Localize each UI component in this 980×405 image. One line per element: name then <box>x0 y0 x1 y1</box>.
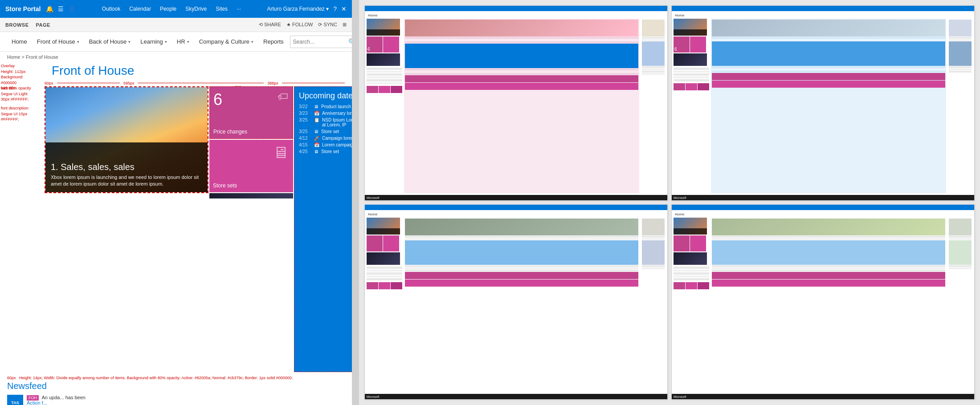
calendar-icon: 📅 <box>314 111 319 116</box>
price-tag-icon: 🏷 <box>278 90 288 103</box>
nav-bar: Home Front of House ▾ Back of House ▾ Le… <box>0 32 352 52</box>
hero-overlay: 1. Sales, sales, sales Xbox lorem ipsum … <box>45 142 208 192</box>
grid-icon[interactable]: ⊞ <box>343 22 347 28</box>
thumb-footer-label-4: Microsoft <box>674 395 686 398</box>
nav-more[interactable]: ··· <box>237 6 241 12</box>
calendar-icon: 🖥 <box>314 129 318 134</box>
user-icon[interactable]: 👤 <box>68 5 76 12</box>
nav-back-of-house[interactable]: Back of House ▾ <box>85 36 135 48</box>
app-logo: Store Portal <box>5 5 41 12</box>
nav-outlook[interactable]: Outlook <box>102 6 120 12</box>
upcoming-item: 3/25 📋 NSD Ipsum Lorem dolor sit at Lore… <box>299 117 352 127</box>
annotation-font-title: font title:Segue UI Light30px #FFFFFF; <box>1 85 41 102</box>
event-text: Store set <box>321 129 339 134</box>
upcoming-item: 3/23 📅 Anniversary lorem ipsum <box>299 111 352 116</box>
upcoming-section: Upcoming dates 3/22 🖥 Product launch lor… <box>294 86 352 372</box>
thumb-main-1: 6 <box>367 19 666 193</box>
tile-store-sets-label: Store sets <box>213 182 290 189</box>
calendar-icon: 📅 <box>314 142 319 147</box>
search-icon[interactable]: 🔍 <box>348 38 352 45</box>
calendar-icon: 🖥 <box>314 104 318 109</box>
thumb-footer-4: Microsoft <box>672 394 974 399</box>
caret-icon: ▾ <box>128 40 131 44</box>
separator <box>352 0 359 405</box>
newsfeed-title: Newsfeed <box>7 381 345 391</box>
user-name[interactable]: Arturo Garza Fernandez ▾ <box>267 6 329 12</box>
newsfeed-section: 60px Height: 14px; Width: Divide equally… <box>0 374 352 405</box>
search-box[interactable]: 🔍 <box>290 36 352 48</box>
thumb-home-1: Home <box>367 13 666 18</box>
share-button[interactable]: ⟲ SHARE <box>259 22 281 28</box>
thumb-main-3 <box>367 218 666 392</box>
page-tab[interactable]: PAGE <box>36 22 50 28</box>
hero-title: 1. Sales, sales, sales <box>51 162 202 172</box>
thumb-topbar-4 <box>672 205 974 210</box>
event-text: NSD Ipsum Lorem dolor sit at Lorem, IP <box>322 117 352 127</box>
tile-store-sets[interactable]: 🖥 Store sets <box>209 140 293 192</box>
main-panel: Store Portal 🔔 ☰ 👤 Outlook Calendar Peop… <box>0 0 352 405</box>
thumb-topbar-2 <box>672 6 974 11</box>
feed-avatar-1: TAS <box>7 395 23 405</box>
thumb-topbar-1 <box>365 6 667 11</box>
thumb-content-3: Home <box>365 210 667 394</box>
bell-icon[interactable]: 🔔 <box>46 5 53 12</box>
feed-action-label[interactable]: Action f... <box>27 400 47 405</box>
thumb-topbar-3 <box>365 205 667 210</box>
thumb-footer-1: Microsoft <box>365 195 667 200</box>
browse-bar-right: ⟲ SHARE ★ FOLLOW ⟳ SYNC ⊞ <box>259 22 347 28</box>
date-label: 3/22 <box>299 104 311 109</box>
annotation-font-desc: font description:Segue UI 15px #FFFFFF; <box>1 105 41 122</box>
thumbnail-1: Home 6 <box>364 5 668 201</box>
date-label: 4/12 <box>299 136 311 141</box>
date-label: 3/25 <box>299 117 311 122</box>
nav-home[interactable]: Home <box>7 36 32 48</box>
content-area[interactable]: Home > Front of House OverlayHeight: 112… <box>0 52 352 405</box>
browse-bar: BROWSE PAGE ⟲ SHARE ★ FOLLOW ⟳ SYNC ⊞ <box>0 18 352 32</box>
nav-company-culture[interactable]: Company & Culture ▾ <box>195 36 258 48</box>
event-text: Campaign lorem <box>322 136 352 141</box>
nav-hr[interactable]: HR ▾ <box>172 36 194 48</box>
breadcrumb-separator: > <box>21 54 25 60</box>
search-input[interactable] <box>293 39 347 45</box>
thumb-footer-label-1: Microsoft <box>367 196 379 199</box>
tile-count: 6 <box>213 90 222 109</box>
nav-skydrive[interactable]: SkyDrive <box>185 6 207 12</box>
nav-front-of-house[interactable]: Front of House ▾ <box>33 36 84 48</box>
upcoming-item: 4/15 📅 Lorem campaign start date <box>299 142 352 147</box>
calendar-icon: 🚀 <box>314 136 319 141</box>
event-text: Lorem campaign start date <box>322 142 352 147</box>
date-label: 3/23 <box>299 111 311 116</box>
menu-icon[interactable]: ☰ <box>58 5 64 12</box>
caret-icon: ▾ <box>165 40 167 44</box>
date-label: 4/15 <box>299 142 311 147</box>
thumb-content-2: Home 6 <box>672 11 974 195</box>
thumbnail-2: Home 6 <box>671 5 975 201</box>
event-text: Anniversary lorem ipsum <box>322 111 352 116</box>
upcoming-item: 3/25 🖥 Store set <box>299 129 352 134</box>
follow-button[interactable]: ★ FOLLOW <box>286 22 313 28</box>
nav-reports[interactable]: Reports <box>259 36 288 48</box>
annotation-60px-left: 60px <box>45 81 53 85</box>
breadcrumb-home[interactable]: Home <box>7 54 20 60</box>
store-sets-icon: 🖥 <box>273 143 289 162</box>
nav-sites[interactable]: Sites <box>216 6 228 12</box>
thumbnail-3: Home <box>364 204 668 400</box>
close-icon[interactable]: ✕ <box>341 5 347 12</box>
thumb-footer-3: Microsoft <box>365 394 667 399</box>
nav-calendar[interactable]: Calendar <box>129 6 151 12</box>
sync-button[interactable]: ⟳ SYNC <box>318 22 337 28</box>
browse-tab[interactable]: BROWSE <box>5 22 29 28</box>
nav-people[interactable]: People <box>160 6 176 12</box>
nav-learning[interactable]: Learning ▾ <box>136 36 172 48</box>
help-icon[interactable]: ? <box>333 5 337 12</box>
thumb-main-4 <box>674 218 972 392</box>
event-text: Product launch lorem <box>321 104 352 109</box>
thumb-home-4: Home <box>674 212 972 217</box>
upcoming-item: 4/12 🚀 Campaign lorem <box>299 136 352 141</box>
upcoming-title: Upcoming dates <box>299 91 352 101</box>
top-bar: Store Portal 🔔 ☰ 👤 Outlook Calendar Peop… <box>0 0 352 18</box>
top-bar-icons: 🔔 ☰ 👤 <box>46 5 76 12</box>
breadcrumb-current: Front of House <box>26 54 58 60</box>
thumb-footer-2: Microsoft <box>672 195 974 200</box>
tile-price-changes[interactable]: 6 🏷 Price changes <box>209 86 293 139</box>
